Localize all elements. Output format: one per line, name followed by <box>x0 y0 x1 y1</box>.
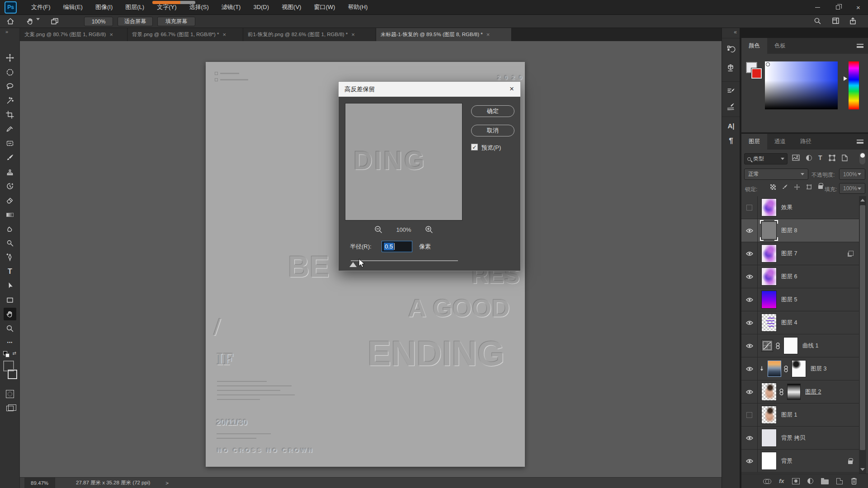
opacity-dropdown[interactable]: 100% <box>839 169 865 180</box>
brush-settings-panel-icon[interactable] <box>726 86 736 97</box>
type-tool[interactable]: T <box>4 265 16 278</box>
filter-adjustment-layers-icon[interactable] <box>806 155 812 161</box>
eyedropper-tool[interactable] <box>4 123 16 136</box>
swap-colors-control[interactable]: ⇄ <box>3 351 16 359</box>
visibility-toggle[interactable] <box>741 242 758 265</box>
background-swatch[interactable] <box>751 68 762 79</box>
brushes-panel-icon[interactable] <box>726 101 736 112</box>
collapse-panels-icon[interactable]: « <box>734 29 737 35</box>
marquee-tool[interactable] <box>4 66 16 79</box>
tab-swatches[interactable]: 色板 <box>767 38 793 54</box>
preview-checkbox[interactable]: ✓ <box>471 144 478 150</box>
add-mask-icon[interactable] <box>792 478 800 484</box>
zoom-tool[interactable] <box>4 322 16 335</box>
panel-menu-icon[interactable] <box>857 140 863 144</box>
filter-preview-thumbnail[interactable]: DING <box>345 103 462 221</box>
layer-row-layer3[interactable]: 图层 3 <box>741 357 859 380</box>
more-tools-button[interactable]: ••• <box>4 336 16 349</box>
history-panel-icon[interactable] <box>726 43 736 54</box>
visibility-toggle[interactable] <box>741 450 758 472</box>
layer-row-layer4[interactable]: 图层 4 <box>741 311 859 334</box>
path-select-tool[interactable] <box>4 279 16 292</box>
new-group-icon[interactable] <box>821 479 829 484</box>
scroll-down-icon[interactable] <box>860 468 865 471</box>
lasso-tool[interactable] <box>4 80 16 93</box>
visibility-toggle[interactable] <box>741 380 758 403</box>
tab-document-2[interactable]: 背景.png @ 66.7% (图层 1, RGB/8*) *× <box>127 28 243 41</box>
visibility-toggle[interactable] <box>741 427 758 449</box>
layer-row-layer1[interactable]: 图层 1 <box>741 404 859 427</box>
quick-mask-button[interactable] <box>4 388 16 400</box>
chevron-down-icon[interactable] <box>36 20 40 28</box>
clone-stamp-tool[interactable] <box>4 165 16 178</box>
new-adjustment-layer-icon[interactable] <box>807 478 813 484</box>
scroll-up-icon[interactable] <box>860 199 865 202</box>
minimize-button[interactable] <box>807 0 828 15</box>
visibility-toggle[interactable] <box>741 357 758 380</box>
visibility-toggle[interactable] <box>741 311 758 334</box>
zoom-100-button[interactable]: 100% <box>84 17 113 26</box>
layer-row-effects[interactable]: 效果 <box>741 196 859 219</box>
character-panel-icon[interactable]: A| <box>726 120 736 131</box>
layer-row-layer6[interactable]: 图层 6 <box>741 265 859 288</box>
history-brush-tool[interactable] <box>4 180 16 192</box>
hue-slider[interactable] <box>849 61 859 109</box>
tab-close-icon[interactable]: × <box>109 31 113 38</box>
layer-row-background[interactable]: 背景 <box>741 450 859 473</box>
lock-pixels-icon[interactable] <box>782 184 788 190</box>
lock-transparency-icon[interactable] <box>770 184 776 190</box>
dialog-close-icon[interactable]: × <box>509 84 514 94</box>
tab-color[interactable]: 颜色 <box>741 38 767 54</box>
filter-smart-objects-icon[interactable] <box>842 155 848 161</box>
menu-image[interactable]: 图像(I) <box>89 0 119 14</box>
visibility-toggle[interactable] <box>741 265 758 288</box>
home-icon[interactable] <box>6 17 14 27</box>
rectangle-tool[interactable] <box>4 294 16 306</box>
search-icon[interactable] <box>814 17 821 27</box>
menu-layer[interactable]: 图层(L) <box>119 0 151 14</box>
arrange-windows-icon[interactable] <box>51 17 59 27</box>
visibility-toggle[interactable] <box>741 404 758 426</box>
filter-pixel-layers-icon[interactable] <box>792 155 800 161</box>
fit-screen-button[interactable]: 适合屏幕 <box>118 17 153 26</box>
zoom-out-icon[interactable] <box>374 225 382 234</box>
saturation-brightness-field[interactable] <box>765 61 838 109</box>
background-color-swatch[interactable] <box>8 370 17 379</box>
scrollbar-thumb[interactable] <box>860 205 865 450</box>
dialog-title-bar[interactable]: 高反差保留 × <box>339 82 520 97</box>
crop-tool[interactable] <box>4 108 16 121</box>
layer-row-layer5[interactable]: 图层 5 <box>741 288 859 311</box>
tab-layers[interactable]: 图层 <box>741 134 767 150</box>
toolbar-collapse-icon[interactable]: » <box>5 29 8 34</box>
close-window-button[interactable]: × <box>848 0 868 15</box>
visibility-toggle[interactable] <box>741 288 758 311</box>
lock-position-icon[interactable] <box>794 184 800 190</box>
panel-menu-icon[interactable] <box>857 44 863 48</box>
tab-document-1[interactable]: 文案.png @ 80.7% (图层 1, RGB/8)× <box>20 28 127 41</box>
radius-input[interactable]: 0.5 <box>382 241 412 252</box>
lock-artboard-icon[interactable] <box>806 184 812 190</box>
properties-panel-icon[interactable] <box>726 62 736 73</box>
tab-close-icon[interactable]: × <box>351 31 355 38</box>
menu-edit[interactable]: 编辑(E) <box>57 0 89 14</box>
filter-shape-layers-icon[interactable] <box>829 155 835 161</box>
menu-3d[interactable]: 3D(D) <box>247 0 275 14</box>
radius-slider-thumb[interactable] <box>349 262 357 267</box>
paragraph-panel-icon[interactable]: ¶ <box>726 136 736 146</box>
tab-document-3[interactable]: 前1-恢复的.png @ 82.6% (图层 1, RGB/8) *× <box>243 28 376 41</box>
tab-channels[interactable]: 通道 <box>767 134 793 150</box>
status-zoom-field[interactable]: 89.47% <box>24 478 55 488</box>
lock-all-icon[interactable] <box>818 185 823 189</box>
layer-row-curves1[interactable]: 曲线 1 <box>741 334 859 357</box>
smudge-tool[interactable] <box>4 222 16 235</box>
dodge-tool[interactable] <box>4 237 16 249</box>
tab-close-icon[interactable]: × <box>223 31 226 38</box>
visibility-toggle[interactable] <box>741 219 758 242</box>
tab-document-4-active[interactable]: 未标题-1-恢复的 @ 89.5% (图层 8, RGB/8) *× <box>376 28 512 41</box>
fill-dropdown[interactable]: 100% <box>839 183 865 194</box>
layer-row-layer2[interactable]: 图层 2 <box>741 380 859 404</box>
fill-screen-button[interactable]: 填充屏幕 <box>157 17 195 26</box>
menu-window[interactable]: 窗口(W) <box>307 0 341 14</box>
delete-layer-icon[interactable] <box>850 477 858 485</box>
radius-slider[interactable] <box>351 260 458 261</box>
